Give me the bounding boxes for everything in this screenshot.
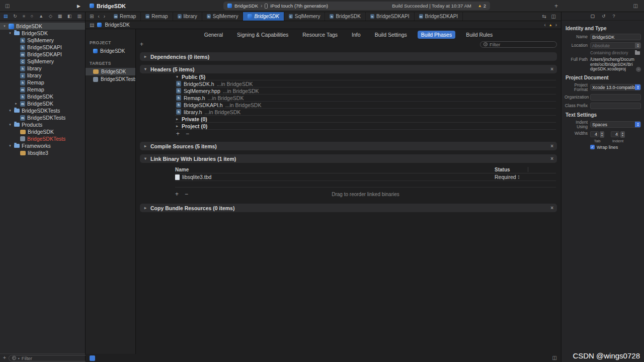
navigator-toggle-icon[interactable]: ◫	[5, 4, 10, 9]
disclosure-icon[interactable]: ▸	[175, 124, 179, 128]
remove-header-button[interactable]: −	[186, 130, 189, 137]
navigator-item-product[interactable]: BridgeSDK	[0, 128, 85, 135]
stepper-arrows-icon[interactable]: ▲ ▼	[600, 131, 604, 138]
navigator-item-file[interactable]: h SqlMemery	[0, 37, 85, 44]
headers-group-private[interactable]: ▸ Private (0)	[175, 116, 556, 123]
forward-icon[interactable]: ›	[104, 14, 105, 19]
navigator-item-file[interactable]: h BridgeSDK	[0, 93, 85, 100]
source-control-navigator-icon[interactable]: ↻	[13, 14, 17, 19]
warning-badge[interactable]: ▲ 2	[478, 3, 486, 9]
build-phases-filter-field[interactable]	[480, 41, 557, 48]
build-status[interactable]: Build Succeeded | Today at 10:37 AM	[392, 3, 471, 9]
split-editor-icon[interactable]: ◫	[551, 14, 556, 19]
tab-width-value[interactable]: 4	[590, 131, 599, 137]
issue-navigator-icon[interactable]: ▲	[39, 14, 43, 19]
choose-folder-icon[interactable]	[635, 51, 640, 55]
history-inspector-icon[interactable]: ↺	[602, 14, 606, 19]
disclosure-icon[interactable]: ▾	[3, 24, 7, 28]
phase-header-dependencies[interactable]: ▸ Dependencies (0 items)	[140, 52, 557, 61]
report-navigator-icon[interactable]: ▥	[77, 14, 82, 19]
headers-group-project[interactable]: ▸ Project (0)	[175, 123, 556, 130]
add-build-phase-button[interactable]: +	[140, 41, 143, 48]
add-file-button[interactable]: +	[3, 355, 6, 360]
navigator-item-project[interactable]: ▾ BridgeSDK	[0, 23, 85, 30]
library-status-popup[interactable]: Required ▲ ▼	[495, 174, 520, 180]
disclosure-icon[interactable]: ▸	[143, 54, 147, 59]
tab-build-phases[interactable]: Build Phases	[418, 31, 455, 39]
next-issue-icon[interactable]: ›	[555, 23, 557, 28]
editor-tab[interactable]: c library	[173, 12, 202, 21]
debug-navigator-icon[interactable]: ▦	[58, 14, 62, 19]
inspector-toggle-icon[interactable]: ◫	[633, 4, 638, 9]
header-file-row[interactable]: h BridgeSDK.h ...in BridgeSDK	[175, 80, 556, 87]
project-row[interactable]: BridgeSDK	[86, 47, 135, 55]
scheme-name[interactable]: BridgeSDK	[234, 3, 258, 9]
stepper-arrows-icon[interactable]: ▲ ▼	[620, 131, 625, 138]
tab-resource-tags[interactable]: Resource Tags	[299, 31, 341, 39]
project-format-popup[interactable]: Xcode 13.0-compatible ▲ ▼	[590, 84, 641, 90]
delete-phase-icon[interactable]: ×	[550, 143, 553, 149]
editor-tab-active[interactable]: BridgeSDK	[243, 12, 284, 21]
editor-tab[interactable]: h BridgeSDK	[325, 12, 365, 21]
navigator-item-group[interactable]: ▾ Frameworks	[0, 142, 85, 149]
phase-header-link-binary[interactable]: ▾ Link Binary With Libraries (1 item) ×	[140, 154, 557, 163]
previous-issue-icon[interactable]: ‹	[544, 23, 545, 28]
related-items-icon[interactable]: ▤	[90, 23, 94, 28]
editor-filter-icon[interactable]	[90, 355, 95, 361]
header-file-row[interactable]: h SqlMemery.hpp ...in BridgeSDK	[175, 87, 556, 95]
phase-header-copy-bundle[interactable]: ▸ Copy Bundle Resources (0 items) ×	[140, 204, 557, 212]
navigator-item-file[interactable]: h library	[0, 65, 85, 72]
symbol-navigator-icon[interactable]: ≡	[23, 14, 25, 19]
navigator-item-group[interactable]: ▾ Products	[0, 121, 85, 128]
disclosure-icon[interactable]: ▾	[8, 109, 12, 113]
build-phases-filter-input[interactable]	[490, 42, 553, 47]
breakpoint-navigator-icon[interactable]: ◧	[67, 14, 72, 19]
navigator-item-file[interactable]: h Remap	[0, 79, 85, 86]
name-field[interactable]	[590, 34, 641, 40]
disclosure-icon[interactable]: ▸	[143, 206, 147, 210]
tab-width-stepper[interactable]: 4 ▲ ▼	[590, 131, 604, 138]
disclosure-icon[interactable]: ▾	[8, 123, 12, 127]
disclosure-icon[interactable]: ▸	[175, 117, 179, 121]
delete-phase-icon[interactable]: ×	[550, 156, 553, 161]
editor-tab[interactable]: h SqlMemery	[202, 12, 244, 21]
disclosure-icon[interactable]: ▾	[8, 144, 12, 148]
navigator-item-file[interactable]: c library	[0, 72, 85, 79]
test-navigator-icon[interactable]: ◇	[49, 14, 52, 19]
editor-tab[interactable]: C SqlMemery	[284, 12, 326, 21]
editor-tab[interactable]: h BridgeSDKAPI	[366, 12, 415, 21]
headers-group-public[interactable]: ▾ Public (5)	[175, 73, 556, 80]
indent-width-value[interactable]: 4	[611, 131, 619, 137]
tab-build-settings[interactable]: Build Settings	[371, 31, 411, 39]
reveal-in-finder-icon[interactable]: →	[636, 67, 641, 72]
disclosure-icon[interactable]: ▸	[143, 144, 147, 148]
target-row-bridgesdktests[interactable]: BridgeSDKTests	[86, 75, 135, 83]
navigator-item-framework[interactable]: libsqlite3	[0, 149, 85, 156]
code-review-icon[interactable]: ⇆	[542, 14, 546, 19]
delete-phase-icon[interactable]: ×	[550, 205, 553, 211]
navigator-item-file[interactable]: m BridgeSDKTests	[0, 114, 85, 121]
wrap-lines-checkbox[interactable]: ✓	[590, 145, 595, 149]
disclosure-icon[interactable]: ▸	[14, 102, 18, 106]
disclosure-icon[interactable]: ▾	[8, 31, 12, 35]
issue-warning-icon[interactable]: ▲	[549, 23, 552, 27]
linked-library-row[interactable]: libsqlite3.tbd Required ▲ ▼	[175, 173, 556, 181]
navigator-item-file[interactable]: ▸ m BridgeSDK	[0, 100, 85, 107]
add-header-button[interactable]: +	[176, 130, 180, 137]
editor-tab[interactable]: m Remap	[109, 12, 141, 21]
phase-header-compile-sources[interactable]: ▸ Compile Sources (5 items) ×	[140, 142, 557, 150]
navigator-item-group[interactable]: ▾ BridgeSDKTests	[0, 107, 85, 114]
back-icon[interactable]: ‹	[98, 14, 99, 19]
scheme-selector[interactable]: BridgeSDK › iPod touch (7th generation) …	[223, 2, 490, 10]
jump-bar-item[interactable]: BridgeSDK	[105, 22, 129, 28]
header-file-row[interactable]: h Remap.h ...in BridgeSDK	[175, 95, 556, 102]
navigator-item-group[interactable]: ▾ BridgeSDK	[0, 30, 85, 37]
name-input[interactable]	[592, 35, 639, 40]
tab-info[interactable]: Info	[348, 31, 364, 39]
phase-header-headers[interactable]: ▾ Headers (5 items) ×	[140, 65, 557, 73]
editor-tab[interactable]: m Remap	[141, 12, 173, 21]
class-prefix-input[interactable]	[592, 103, 639, 108]
navigator-item-file[interactable]: h BridgeSDKAPI	[0, 44, 85, 51]
navigator-item-file[interactable]: m Remap	[0, 86, 85, 93]
delete-phase-icon[interactable]: ×	[550, 66, 553, 72]
